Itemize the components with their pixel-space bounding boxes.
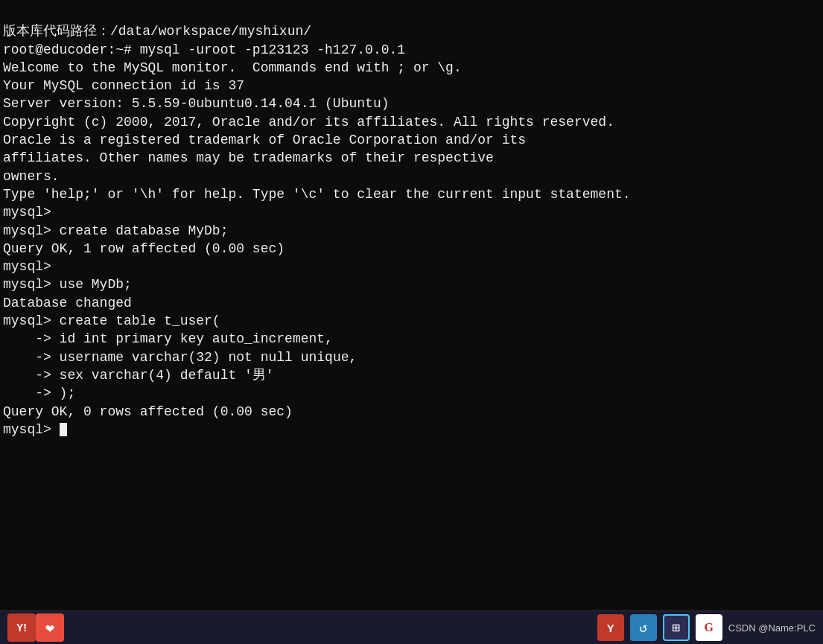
terminal-line: -> id int primary key auto_increment, <box>3 330 820 348</box>
taskbar-label: CSDN @Name:PLC <box>728 622 816 634</box>
terminal-line: mysql> <box>3 203 820 221</box>
terminal-line: Database changed <box>3 294 820 312</box>
terminal-line: Query OK, 0 rows affected (0.00 sec) <box>3 403 820 421</box>
terminal-line: Your MySQL connection id is 37 <box>3 77 820 95</box>
terminal-line: Welcome to the MySQL monitor. Commands e… <box>3 59 820 77</box>
terminal-line: -> username varchar(32) not null unique, <box>3 348 820 366</box>
grammarly-label: G <box>705 621 714 634</box>
terminal-line: 版本库代码路径：/data/workspace/myshixun/ <box>3 22 820 40</box>
terminal-line: mysql> use MyDb; <box>3 275 820 293</box>
partial-icon-2: ❤ <box>36 613 64 642</box>
terminal-line: mysql> <box>3 421 820 439</box>
terminal-line: mysql> create database MyDb; <box>3 222 820 240</box>
terminal-line: -> sex varchar(4) default '男' <box>3 366 820 384</box>
terminal-line: owners. <box>3 168 820 185</box>
terminal-line: affiliates. Other names may be trademark… <box>3 149 820 167</box>
terminal-line: Server version: 5.5.59-0ubuntu0.14.04.1 … <box>3 95 820 112</box>
taskbar-left: Y! ❤ <box>7 613 597 642</box>
terminal-line: root@educoder:~# mysql -uroot -p123123 -… <box>3 41 820 59</box>
terminal-line: Copyright (c) 2000, 2017, Oracle and/or … <box>3 113 820 131</box>
taskbar-right: Y ↺ ⊞ G CSDN @Name:PLC <box>597 614 816 641</box>
terminal-line: Query OK, 1 row affected (0.00 sec) <box>3 240 820 258</box>
grammarly-icon[interactable]: G <box>696 614 722 641</box>
refresh-icon[interactable]: ↺ <box>630 614 657 641</box>
terminal-line: Oracle is a registered trademark of Orac… <box>3 131 820 149</box>
terminal-line: Type 'help;' or '\h' for help. Type '\c'… <box>3 185 820 203</box>
grid-icon[interactable]: ⊞ <box>663 614 690 641</box>
terminal-line: mysql> create table t_user( <box>3 312 820 330</box>
partial-taskbar-icons: Y! ❤ <box>7 613 64 642</box>
refresh-symbol: ↺ <box>639 619 647 636</box>
youtrack-label: Y <box>607 622 614 634</box>
terminal-line: mysql> <box>3 258 820 275</box>
taskbar: Y! ❤ Y ↺ ⊞ G CSDN @Name:PLC <box>0 610 823 644</box>
terminal-output: 版本库代码路径：/data/workspace/myshixun/root@ed… <box>0 0 823 610</box>
partial-icon-1: Y! <box>7 613 36 642</box>
youtrack-icon[interactable]: Y <box>597 614 624 641</box>
terminal-cursor <box>60 423 67 436</box>
grid-symbol: ⊞ <box>672 619 680 636</box>
terminal-line: -> ); <box>3 384 820 402</box>
